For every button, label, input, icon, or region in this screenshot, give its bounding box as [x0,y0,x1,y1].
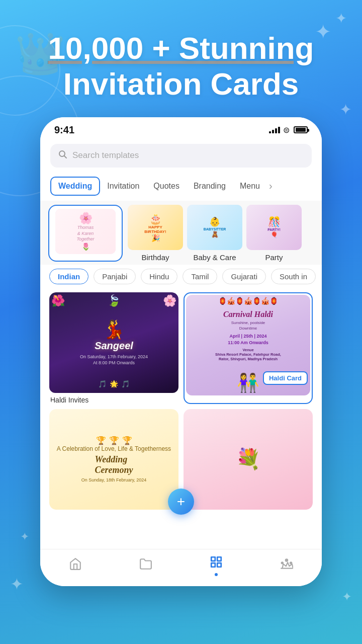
birthday-label: Birthday [141,253,169,262]
svg-point-6 [286,559,288,561]
svg-point-8 [290,562,292,564]
haldi-invites-label: Haldi Invites [49,396,178,404]
carnival-date: April | 25th | 202411:00 Am Onwards [228,333,268,346]
svg-rect-2 [211,557,215,561]
signal-icon [269,126,280,133]
card4-thumb: 💐 [184,409,313,510]
trophy-icons: 🏆🏆🏆 [96,436,132,445]
status-icons: ⊜ [269,125,308,135]
category-tabs: Wedding Invitation Quotes Branding Menu … [40,174,322,201]
grid-icon [210,555,223,572]
party-label: Party [265,253,283,262]
svg-rect-5 [217,563,221,567]
wedding2-date: On Sunday, 18th February, 2024 [81,477,147,482]
card-haldi-invites[interactable]: 🌺🍃🌸 💃 Sangeel On Saturday, 17th February… [49,292,178,404]
nav-folder[interactable] [139,557,152,574]
search-icon [58,150,67,162]
template-category-birthday[interactable]: 🎂 HAPPYBIRTHDAY! 🎉 Birthday [126,205,185,262]
sub-chips: Indian Panjabi Hindu Tamil Gujarati Sout… [40,265,322,288]
party-thumb: 🎊 PARTY! 🎈 [246,205,302,250]
wedding2-title: WeddingCeremony [95,454,133,475]
hero-title: 10,000 + Stunning Invitation Cards [20,30,342,102]
chip-panjabi[interactable]: Panjabi [94,269,136,284]
chip-gujarati[interactable]: Gujarati [222,269,266,284]
tab-branding[interactable]: Branding [187,178,233,195]
baby-thumb: 👶 BABYSITTER 🧸 [187,205,242,250]
status-time: 9:41 [54,124,74,136]
tab-quotes[interactable]: Quotes [146,178,187,195]
baby-label: Baby & Care [193,253,236,262]
cards-grid: 🌺🍃🌸 💃 Sangeel On Saturday, 17th February… [40,288,322,510]
svg-rect-4 [211,563,215,567]
bottom-nav [40,549,322,586]
card-wedding2[interactable]: 🏆🏆🏆 A Celebration of Love, Life & Togeth… [49,409,178,510]
svg-line-1 [64,155,67,158]
wedding-thumb: 🌸 Thomas& KarenTogether 🌷 [55,209,116,254]
sparkle-bottom-left2: ✦ [20,530,29,543]
haldi-card-badge: Haldi Card [263,371,308,385]
template-category-baby[interactable]: 👶 BABYSITTER 🧸 Baby & Care [185,205,244,262]
fab-container: + [40,510,322,545]
haldi-invites-thumb: 🌺🍃🌸 💃 Sangeel On Saturday, 17th February… [49,292,178,393]
battery-icon [294,126,308,133]
nav-crown[interactable] [280,557,293,574]
birthday-thumb: 🎂 HAPPYBIRTHDAY! 🎉 [128,205,183,250]
nav-grid[interactable] [210,555,223,576]
carnival-lanterns: 🏮🎪🏮🎪🏮🎪🏮 [186,297,310,305]
haldi-main-text: Sangeel [95,340,133,352]
haldi-sub-text: On Saturday, 17th February, 2024At 8:00 … [75,354,153,366]
sparkle-bottom-left: ✦ [10,575,24,594]
wedding2-top: A Celebration of Love, Life & Togetherne… [57,445,171,452]
svg-point-7 [282,562,283,564]
chip-tamil[interactable]: Tamil [183,269,217,284]
card-4[interactable]: 💐 [184,409,313,510]
phone-mockup: 9:41 ⊜ Search templates Wedding [40,117,322,586]
chip-indian[interactable]: Indian [49,269,88,284]
wedding2-thumb: 🏆🏆🏆 A Celebration of Love, Life & Togeth… [49,409,178,510]
card-carnival-haldi[interactable]: 🏮🎪🏮🎪🏮🎪🏮 Carnival Haldi Sunshine, poolsid… [184,292,313,404]
status-bar: 9:41 ⊜ [40,117,322,140]
crown-icon [280,557,293,574]
chip-south[interactable]: South in [271,269,316,284]
chip-hindu[interactable]: Hindu [141,269,177,284]
disco-balls: 🎵🌟🎵 [98,380,130,388]
sparkle-bottom-right: ✦ [342,590,352,604]
tab-wedding[interactable]: Wedding [50,177,100,196]
search-bar-wrap: Search templates [40,140,322,174]
home-icon [69,557,82,574]
search-bar[interactable]: Search templates [50,144,312,168]
carnival-couple-emoji: 👫 [237,372,259,393]
search-placeholder: Search templates [72,150,139,160]
carnival-venue: VenueShiva Resort Palace, Fatehpur Road,… [215,348,281,361]
wifi-icon: ⊜ [283,125,290,135]
nav-active-dot [215,573,218,576]
tab-menu[interactable]: Menu [233,178,267,195]
template-category-party[interactable]: 🎊 PARTY! 🎈 Party [244,205,304,262]
template-icons-row: 🌸 Thomas& KarenTogether 🌷 🎂 HAPPYBIRTHDA… [40,201,322,265]
flowers-decoration: 🌺🍃🌸 [49,292,178,309]
tab-invitation[interactable]: Invitation [100,178,146,195]
nav-home[interactable] [69,557,82,574]
folder-icon [139,557,152,574]
tabs-more-chevron[interactable]: › [269,180,273,192]
fab-add-button[interactable]: + [168,489,194,515]
carnival-title: Carnival Haldi [223,310,273,319]
svg-rect-3 [217,557,221,561]
template-category-wedding[interactable]: 🌸 Thomas& KarenTogether 🌷 [48,205,123,262]
person-emoji: 💃 [103,319,125,340]
hero-section: 10,000 + Stunning Invitation Cards [0,0,362,117]
carnival-sub: Sunshine, poolsideDowntime [231,320,265,331]
